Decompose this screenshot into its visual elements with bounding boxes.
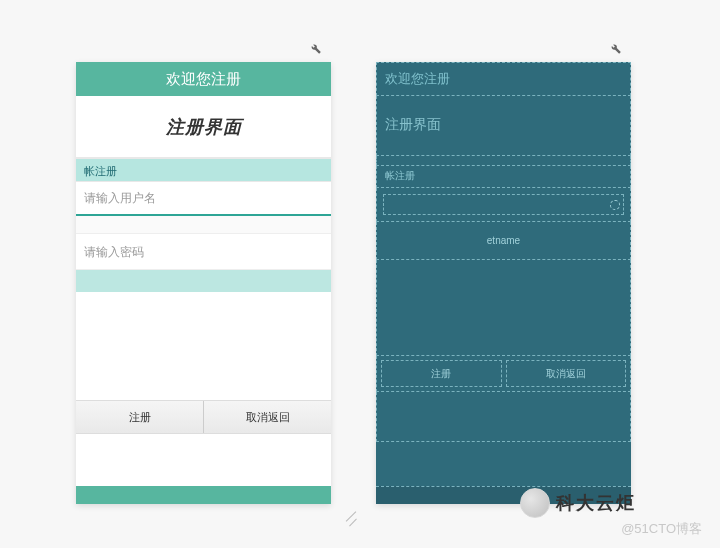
etname-label[interactable]: etname	[376, 222, 631, 260]
watermark-subtext: @51CTO博客	[621, 520, 702, 538]
title-bar: 欢迎您注册	[76, 62, 331, 96]
register-button[interactable]: 注册	[381, 360, 502, 387]
title-bar[interactable]: 欢迎您注册	[376, 62, 631, 96]
wrench-icon[interactable]	[608, 40, 622, 56]
editor-canvas: 欢迎您注册 注册界面 帐注册 请输入密码 注册 取消返回 欢迎您注册 注册界面 …	[0, 0, 720, 548]
page-header: 注册界面	[76, 96, 331, 158]
preview-phone: 欢迎您注册 注册界面 帐注册 请输入密码 注册 取消返回	[76, 62, 331, 504]
body-area	[76, 292, 331, 400]
bottom-bar	[76, 486, 331, 504]
input-outline	[383, 194, 624, 215]
section-label[interactable]: 帐注册	[376, 166, 631, 188]
button-bar: 注册 取消返回	[76, 400, 331, 434]
username-input[interactable]	[76, 182, 331, 216]
avatar-icon	[520, 488, 550, 518]
section-label: 帐注册	[76, 158, 331, 182]
cancel-button[interactable]: 取消返回	[506, 360, 627, 387]
blueprint-phone: 欢迎您注册 注册界面 帐注册 etname 注册 取消返回	[376, 62, 631, 504]
page-header[interactable]: 注册界面	[376, 96, 631, 156]
footer-area	[376, 392, 631, 442]
register-button[interactable]: 注册	[76, 401, 203, 433]
username-input[interactable]	[376, 188, 631, 222]
cancel-button[interactable]: 取消返回	[203, 401, 331, 433]
spacer	[376, 156, 631, 166]
resize-handle-icon[interactable]	[344, 510, 362, 528]
watermark-logo: 科大云炬	[520, 488, 636, 518]
password-input[interactable]: 请输入密码	[76, 234, 331, 270]
body-area[interactable]	[376, 260, 631, 356]
handle-icon[interactable]	[610, 200, 620, 210]
button-bar: 注册 取消返回	[376, 356, 631, 392]
footer-area	[76, 434, 331, 484]
page-header-text: 注册界面	[166, 115, 242, 139]
spacer	[76, 216, 331, 234]
wrench-icon[interactable]	[308, 40, 322, 56]
accent-strip	[76, 270, 331, 292]
watermark-text: 科大云炬	[556, 491, 636, 515]
